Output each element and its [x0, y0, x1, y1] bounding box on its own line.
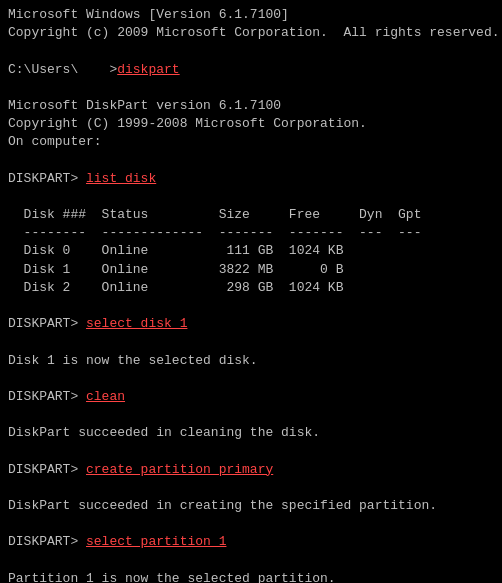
terminal-line: DISKPART> clean: [8, 388, 494, 406]
prompt-text: DISKPART>: [8, 316, 86, 331]
terminal-line: Microsoft Windows [Version 6.1.7100]: [8, 6, 494, 24]
terminal-line: Copyright (c) 2009 Microsoft Corporation…: [8, 24, 494, 42]
terminal-line: Partition 1 is now the selected partitio…: [8, 570, 494, 583]
path-text: C:\Users\ >: [8, 62, 117, 77]
prompt-text: DISKPART>: [8, 462, 86, 477]
terminal-line: DISKPART> list disk: [8, 170, 494, 188]
command-text: select disk 1: [86, 316, 187, 331]
prompt-text: DISKPART>: [8, 389, 86, 404]
terminal-line: DiskPart succeeded in cleaning the disk.: [8, 424, 494, 442]
command-text: create partition primary: [86, 462, 273, 477]
terminal-line: DISKPART> select partition 1: [8, 533, 494, 551]
terminal-line: Disk ### Status Size Free Dyn Gpt: [8, 206, 494, 224]
command-text: clean: [86, 389, 125, 404]
terminal-line: DISKPART> select disk 1: [8, 315, 494, 333]
terminal-line: DiskPart succeeded in creating the speci…: [8, 497, 494, 515]
terminal-line: -------- ------------- ------- ------- -…: [8, 224, 494, 242]
terminal-window: Microsoft Windows [Version 6.1.7100]Copy…: [8, 6, 494, 583]
terminal-line: Microsoft DiskPart version 6.1.7100: [8, 97, 494, 115]
terminal-line: C:\Users\ >diskpart: [8, 61, 494, 79]
terminal-line: Disk 1 Online 3822 MB 0 B: [8, 261, 494, 279]
terminal-line: Disk 2 Online 298 GB 1024 KB: [8, 279, 494, 297]
terminal-line: Copyright (C) 1999-2008 Microsoft Corpor…: [8, 115, 494, 133]
command-text: diskpart: [117, 62, 179, 77]
terminal-line: DISKPART> create partition primary: [8, 461, 494, 479]
prompt-text: DISKPART>: [8, 171, 86, 186]
command-text: list disk: [86, 171, 156, 186]
terminal-line: Disk 0 Online 111 GB 1024 KB: [8, 242, 494, 260]
terminal-line: On computer:: [8, 133, 494, 151]
terminal-line: Disk 1 is now the selected disk.: [8, 352, 494, 370]
command-text: select partition 1: [86, 534, 226, 549]
prompt-text: DISKPART>: [8, 534, 86, 549]
